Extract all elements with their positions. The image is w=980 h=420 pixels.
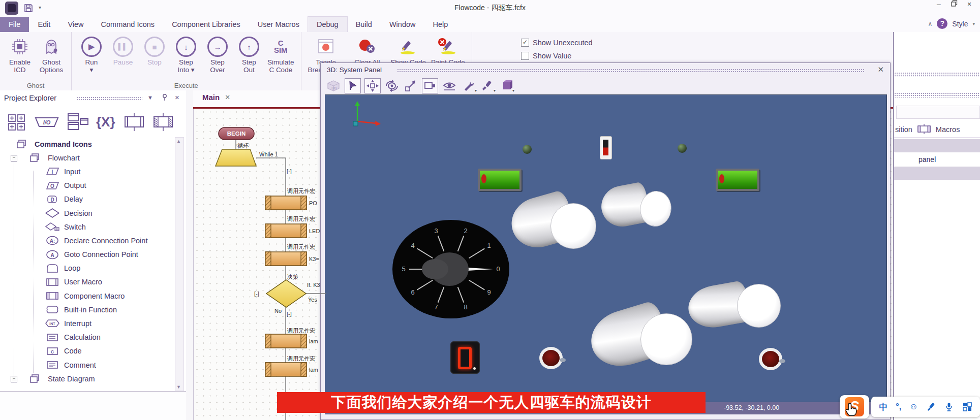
tree-item-state-diagram[interactable]: −State Diagram <box>0 372 175 385</box>
macro-hatch-icon[interactable] <box>153 109 173 135</box>
simulate-c-code-button[interactable]: CSIM SimulateC Code <box>267 35 294 74</box>
show-unexecuted-row[interactable]: ✓ Show Unexecuted <box>521 36 593 49</box>
io-icon[interactable]: I/O <box>34 109 59 135</box>
menu-file[interactable]: File <box>0 17 29 32</box>
collapse-ribbon-icon[interactable]: ∧ <box>928 20 933 27</box>
show-unexecuted-checkbox[interactable]: ✓ <box>521 39 529 47</box>
ime-toolbar[interactable]: 中°,☺ <box>871 397 980 417</box>
component-macro-icon[interactable] <box>265 252 307 266</box>
style-caret-icon[interactable]: ▾ <box>972 21 975 26</box>
panel-drag-handle[interactable] <box>397 69 865 73</box>
battery-pack[interactable] <box>478 169 522 191</box>
show-code-button[interactable]: Show Code <box>390 35 426 66</box>
tree-item-declare-connection-point[interactable]: A:Declare Connection Point <box>0 234 175 247</box>
motor-face[interactable] <box>550 203 596 249</box>
paint-code-button[interactable]: Paint Code <box>431 35 465 66</box>
eye-tool[interactable] <box>442 79 457 93</box>
brush-tool[interactable]: ▾ <box>479 79 495 93</box>
component-macro-icon[interactable] <box>265 334 307 348</box>
panel-drag-handle[interactable] <box>894 72 980 77</box>
stop-button[interactable]: ■ Stop <box>141 35 168 66</box>
tree-item-interrupt[interactable]: INTInterrupt <box>0 316 175 330</box>
3d-viewport[interactable]: 0123456789 <box>325 94 887 402</box>
menu-component-libraries[interactable]: Component Libraries <box>163 17 249 32</box>
chinese-mode-icon[interactable]: 中 <box>879 401 887 413</box>
pin-icon[interactable] <box>161 93 169 104</box>
led-sphere[interactable] <box>523 145 532 154</box>
tab-main[interactable]: Main ✕ <box>198 93 234 102</box>
seven-segment-display[interactable] <box>450 341 480 374</box>
menu-help[interactable]: Help <box>424 17 456 32</box>
resize-tool[interactable] <box>403 79 418 93</box>
zoombox-tool[interactable] <box>422 78 438 93</box>
select-tool[interactable] <box>345 78 361 93</box>
motor-face[interactable] <box>737 284 781 328</box>
close-button[interactable]: × <box>962 0 977 8</box>
cube3d-tool[interactable]: 3D <box>326 79 341 93</box>
led-sphere[interactable] <box>678 144 687 153</box>
tree-item-goto-connection-point[interactable]: AGoto Connection Point <box>0 248 175 262</box>
collapse-toggle[interactable]: [-] <box>254 290 259 297</box>
rotary-dial[interactable]: 0123456789 <box>392 220 509 318</box>
decision-icon[interactable] <box>266 280 306 307</box>
tree-expander-icon[interactable]: − <box>11 376 17 382</box>
tree-expander-icon[interactable]: − <box>11 155 17 161</box>
orbit-tool[interactable] <box>384 79 400 93</box>
tree-item-code[interactable]: CCode <box>0 344 175 358</box>
motor-face[interactable] <box>640 313 692 365</box>
panel-menu-caret-icon[interactable]: ▼ <box>147 94 153 101</box>
menu-debug[interactable]: Debug <box>308 17 347 32</box>
tree-item-loop[interactable]: Loop <box>0 262 175 275</box>
step-into-button[interactable]: ↓ StepInto ▾ <box>173 35 199 74</box>
scroll-down-icon[interactable]: ▼ <box>176 384 181 390</box>
tree-item-output[interactable]: OOutput <box>0 179 175 192</box>
rocker-switch[interactable] <box>600 136 612 159</box>
panel-drag-handle[interactable] <box>894 92 980 98</box>
help-icon[interactable]: ? <box>937 18 947 29</box>
braces-icon[interactable]: {X} <box>96 109 115 135</box>
style-menu[interactable]: Style <box>952 20 968 28</box>
menu-build[interactable]: Build <box>347 17 381 32</box>
menu-command-icons[interactable]: Command Icons <box>93 17 164 32</box>
component-macro-icon[interactable] <box>265 196 307 210</box>
tree-item-comment[interactable]: Comment <box>0 358 175 372</box>
move-tool[interactable] <box>364 78 381 93</box>
restore-button[interactable] <box>946 0 962 8</box>
menu-window[interactable]: Window <box>381 17 424 32</box>
step-out-button[interactable]: ↑ StepOut <box>236 35 262 74</box>
scroll-up-icon[interactable]: ▲ <box>176 139 181 144</box>
wrench-tool[interactable]: ▾ <box>461 79 476 93</box>
tree-item-decision[interactable]: Decision <box>0 206 175 220</box>
tree-item-input[interactable]: IInput <box>0 165 175 178</box>
run-button[interactable]: ▶ Run▾ <box>78 35 105 74</box>
enable-icd-button[interactable]: EnableICD <box>7 35 33 74</box>
keyboard-grid-icon[interactable] <box>962 402 972 412</box>
macro-bars-icon[interactable] <box>122 109 146 135</box>
tree-item-switch[interactable]: Switch <box>0 220 175 234</box>
menu-edit[interactable]: Edit <box>29 17 59 32</box>
cube-solid-tool[interactable]: ▾ <box>498 79 513 93</box>
pause-button[interactable]: ▌▌ Pause <box>110 35 136 66</box>
battery-pack[interactable] <box>716 169 759 191</box>
close-3d-panel-icon[interactable]: ✕ <box>877 65 884 74</box>
tree-item-calculation[interactable]: Calculation <box>0 331 175 344</box>
project-explorer-header[interactable]: Project Explorer ▼ × <box>0 90 186 107</box>
windows-icon[interactable] <box>66 109 89 135</box>
tree-item-command-icons[interactable]: Command Icons <box>0 137 175 151</box>
collapse-toggle[interactable]: [-] <box>287 168 292 174</box>
macro-row[interactable] <box>894 139 980 152</box>
show-value-row[interactable]: Show Value <box>521 49 593 62</box>
grid-plus-icon[interactable] <box>6 109 27 135</box>
component-macro-icon[interactable] <box>265 224 307 238</box>
menu-user-macros[interactable]: User Macros <box>249 17 308 32</box>
tree-item-flowchart[interactable]: −Flowchart <box>0 151 175 165</box>
tree-item-component-macro[interactable]: Component Macro <box>0 289 175 303</box>
minimize-button[interactable]: – <box>931 0 946 8</box>
step-over-button[interactable]: → StepOver <box>204 35 231 74</box>
tree-item-delay[interactable]: DDelay <box>0 192 175 206</box>
panel-drag-handle[interactable] <box>76 96 142 101</box>
component-macro-icon[interactable] <box>265 363 307 376</box>
microphone-icon[interactable] <box>944 402 954 412</box>
macro-row[interactable]: panel <box>894 153 980 166</box>
wheel[interactable] <box>759 348 782 370</box>
